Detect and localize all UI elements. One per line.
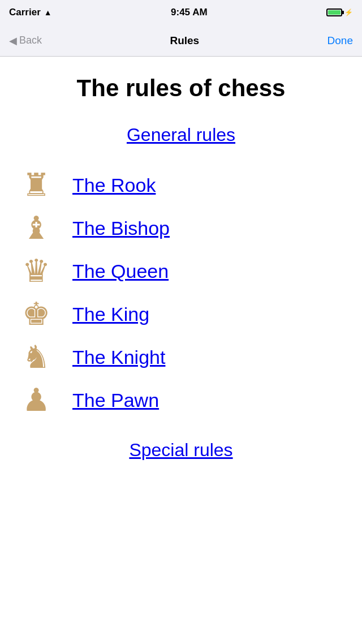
piece-item-rook: ♜The Rook	[14, 164, 348, 207]
navigation-bar: ◀ Back Rules Done	[0, 25, 362, 57]
nav-title: Rules	[170, 35, 199, 47]
rook-icon: ♜	[14, 169, 59, 201]
pawn-link[interactable]: The Pawn	[72, 389, 159, 411]
king-icon: ♚	[14, 298, 59, 330]
general-rules-link[interactable]: General rules	[14, 124, 348, 145]
queen-icon: ♛	[14, 255, 59, 287]
knight-link[interactable]: The Knight	[72, 346, 165, 368]
knight-icon: ♞	[14, 341, 59, 373]
status-bar: Carrier ▲ 9:45 AM ⚡	[0, 0, 362, 25]
piece-item-king: ♚The King	[14, 293, 348, 336]
charging-bolt: ⚡	[344, 8, 353, 16]
wifi-icon: ▲	[44, 8, 52, 17]
battery-icon	[326, 8, 342, 16]
pawn-icon: ♟	[14, 384, 59, 416]
back-chevron-icon: ◀	[9, 35, 17, 47]
rook-link[interactable]: The Rook	[72, 174, 156, 196]
status-carrier: Carrier ▲	[9, 7, 52, 18]
back-button[interactable]: ◀ Back	[9, 35, 42, 47]
king-link[interactable]: The King	[72, 303, 149, 325]
piece-item-knight: ♞The Knight	[14, 336, 348, 379]
piece-item-queen: ♛The Queen	[14, 250, 348, 293]
queen-link[interactable]: The Queen	[72, 260, 169, 282]
pieces-list: ♜The Rook♝The Bishop♛The Queen♚The King♞…	[14, 164, 348, 422]
done-button[interactable]: Done	[327, 35, 353, 47]
special-rules-link[interactable]: Special rules	[14, 440, 348, 461]
back-label: Back	[19, 35, 42, 46]
piece-item-bishop: ♝The Bishop	[14, 207, 348, 250]
piece-item-pawn: ♟The Pawn	[14, 379, 348, 422]
status-battery: ⚡	[326, 8, 353, 16]
bishop-link[interactable]: The Bishop	[72, 217, 170, 239]
carrier-label: Carrier	[9, 7, 41, 18]
bishop-icon: ♝	[14, 212, 59, 244]
main-content: The rules of chess General rules ♜The Ro…	[0, 57, 362, 644]
page-title: The rules of chess	[14, 75, 348, 102]
status-time: 9:45 AM	[171, 7, 208, 18]
